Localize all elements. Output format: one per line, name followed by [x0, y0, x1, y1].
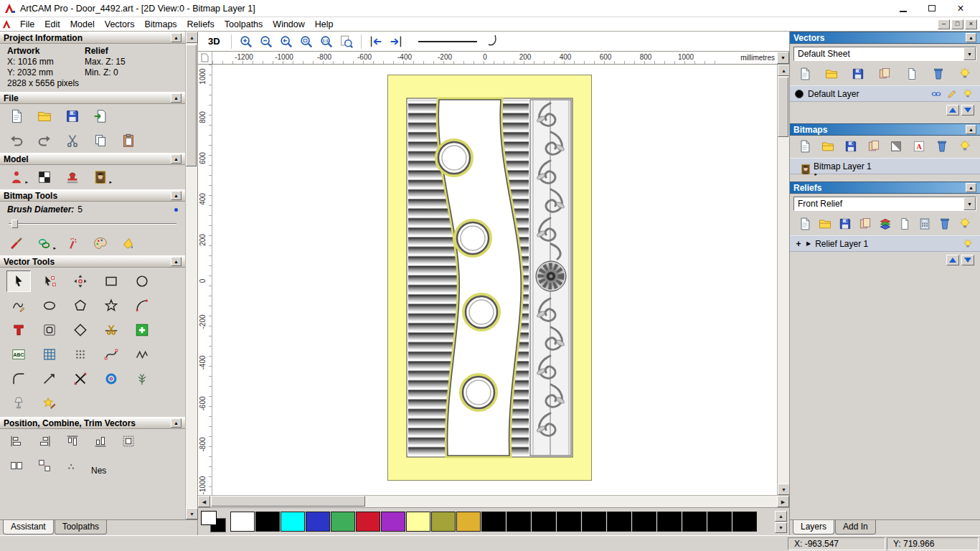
chevron-down-icon[interactable]: ▼ — [963, 197, 976, 210]
rect-tool-button[interactable] — [99, 270, 123, 292]
palette-swatch-3[interactable] — [306, 512, 330, 532]
diamond-tool-button[interactable] — [68, 319, 93, 341]
delete-blue-button[interactable] — [933, 138, 951, 155]
scroll-down-icon[interactable]: ▼ — [186, 508, 198, 519]
tab-layers[interactable]: Layers — [793, 520, 834, 534]
menu-edit[interactable]: Edit — [39, 18, 65, 31]
abc-block-button[interactable]: ABC — [6, 344, 31, 365]
edit-pencil-button[interactable] — [945, 87, 959, 100]
new-document-button[interactable] — [6, 106, 27, 126]
undo-button[interactable] — [6, 131, 27, 151]
canvas-vertical-scrollbar[interactable]: ▲ ▼ — [777, 65, 789, 495]
new-document-button[interactable] — [796, 65, 814, 83]
brush-diameter-slider[interactable] — [9, 220, 176, 228]
portrait-button[interactable]: ▸ — [795, 159, 816, 179]
circle-tool-button[interactable] — [130, 270, 154, 292]
portrait-button[interactable]: ▸ — [90, 167, 111, 187]
merge-tan-button[interactable] — [864, 138, 883, 155]
new-document-button[interactable] — [796, 215, 814, 232]
contrast-square-button[interactable] — [887, 138, 905, 155]
dots-mini-button[interactable] — [62, 456, 83, 476]
tab-assistant[interactable]: Assistant — [3, 520, 54, 534]
align-bottom-button[interactable] — [90, 431, 111, 451]
ellipse-tool-button[interactable] — [37, 295, 62, 316]
chevron-down-icon[interactable]: ▼ — [963, 47, 976, 60]
collapse-button[interactable]: ▲ — [171, 154, 182, 164]
link-chain-button[interactable] — [929, 87, 943, 100]
collapse-button[interactable]: ▲ — [171, 257, 182, 266]
arrow-right-icon[interactable]: ▶ — [806, 240, 811, 247]
copy-button[interactable] — [90, 131, 111, 151]
collapse-button[interactable]: ▲ — [966, 125, 976, 134]
slider-thumb[interactable] — [11, 220, 18, 228]
spray-button[interactable] — [62, 233, 83, 253]
new-document-button[interactable] — [796, 138, 814, 155]
minimize-button[interactable] — [894, 2, 913, 15]
redo-button[interactable] — [34, 131, 55, 151]
menu-bitmaps[interactable]: Bitmaps — [139, 18, 182, 31]
cut-button[interactable] — [62, 131, 83, 151]
paint-brush-button[interactable] — [6, 233, 27, 253]
bitmap-layer-row[interactable]: ▸ Bitmap Layer 1 — [790, 158, 980, 174]
dots-tool-button[interactable] — [68, 344, 93, 365]
align-boxes-button[interactable] — [118, 431, 139, 451]
open-folder-button[interactable] — [816, 215, 834, 232]
align-pair-button[interactable] — [6, 456, 27, 476]
palette-swatch-13[interactable] — [557, 512, 581, 532]
move-layer-down-button[interactable] — [961, 255, 974, 265]
palette-swatch-4[interactable] — [331, 512, 355, 532]
open-folder-button[interactable] — [34, 106, 55, 126]
paste-green-button[interactable] — [130, 319, 154, 341]
scrollbar-thumb[interactable] — [778, 77, 788, 137]
palette-scroll-up-icon[interactable]: ▲ — [775, 511, 787, 522]
star-wizard-button[interactable] — [37, 392, 62, 414]
sheet-select[interactable]: Default Sheet ▼ — [793, 47, 976, 61]
relief-select[interactable]: Front Relief ▼ — [793, 197, 976, 211]
open-folder-button[interactable] — [822, 65, 841, 83]
zoom-prev-button[interactable] — [277, 33, 296, 50]
vector-layer-row[interactable]: Default Layer — [790, 85, 980, 102]
fillet-tool-button[interactable] — [6, 368, 31, 390]
model-figure-button[interactable]: ▸ — [6, 167, 27, 187]
menu-help[interactable]: Help — [310, 18, 339, 31]
lamp-tool-button[interactable] — [6, 392, 31, 414]
palette-swatch-5[interactable] — [356, 512, 380, 532]
page-small-button[interactable] — [903, 65, 921, 83]
zigzag-tool-button[interactable] — [130, 344, 154, 365]
tab-add-in[interactable]: Add In — [835, 520, 876, 534]
menu-window[interactable]: Window — [268, 18, 309, 31]
assistant-scrollbar[interactable]: ▲ ▼ — [185, 32, 197, 519]
open-folder-button[interactable] — [819, 138, 837, 155]
move-layer-down-button[interactable] — [961, 105, 974, 116]
canvas-2d-view[interactable] — [212, 65, 777, 495]
align-left-button[interactable] — [6, 431, 27, 451]
slice-tool-button[interactable] — [68, 368, 93, 390]
grid-tool-button[interactable] — [37, 344, 62, 365]
canvas-horizontal-scrollbar[interactable]: ◀ ▶ — [198, 495, 789, 507]
text-tool-button[interactable] — [6, 319, 31, 341]
shape-draw-button[interactable]: ▸ — [34, 233, 55, 253]
mdi-restore-button[interactable]: □ — [951, 19, 963, 29]
palette-swatch-19[interactable] — [707, 512, 732, 532]
save-button[interactable] — [836, 215, 854, 232]
3d-view-button[interactable]: 3D — [202, 34, 226, 49]
pan-in-right-button[interactable] — [387, 33, 405, 50]
stamp-button[interactable] — [62, 167, 83, 187]
collapse-button[interactable]: ▲ — [171, 33, 182, 42]
star-tool-button[interactable] — [99, 295, 123, 316]
align-right-button[interactable] — [34, 431, 55, 451]
move-layer-up-button[interactable] — [946, 105, 959, 116]
layer-colors-button[interactable] — [876, 215, 895, 232]
branch-tool-button[interactable] — [130, 368, 154, 390]
polygon-tool-button[interactable] — [68, 295, 93, 316]
palette-swatch-17[interactable] — [657, 512, 682, 532]
bulb-button[interactable] — [961, 237, 975, 250]
palette-scroll-down-icon[interactable]: ▼ — [775, 522, 787, 533]
letter-a-button[interactable]: A — [910, 138, 928, 155]
scroll-right-icon[interactable]: ▶ — [777, 496, 789, 507]
bulb-button[interactable] — [956, 65, 974, 83]
move-layer-up-button[interactable] — [946, 255, 959, 265]
snip-tool-button[interactable] — [99, 319, 123, 341]
zoom-one-button[interactable]: 1:1 — [317, 33, 336, 50]
palette-swatch-18[interactable] — [682, 512, 707, 532]
